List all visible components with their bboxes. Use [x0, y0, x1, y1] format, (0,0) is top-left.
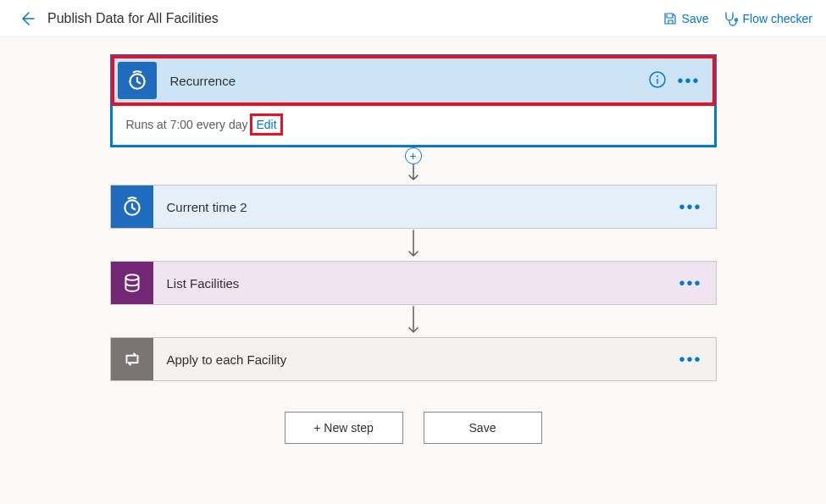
step-apply-each-actions: •••: [679, 351, 715, 368]
edit-link[interactable]: Edit: [252, 116, 280, 133]
loop-icon: [111, 338, 153, 380]
back-button[interactable]: [14, 5, 41, 32]
arrow-left-icon: [19, 10, 36, 27]
step-apply-each-header[interactable]: Apply to each Facility •••: [111, 338, 716, 380]
info-icon[interactable]: [648, 70, 667, 91]
flow-checker-button[interactable]: Flow checker: [723, 11, 812, 26]
save-step-button[interactable]: Save: [424, 412, 542, 444]
database-icon: [111, 262, 153, 304]
step-current-time-header[interactable]: Current time 2 •••: [111, 186, 716, 228]
step-apply-each-title: Apply to each Facility: [153, 352, 679, 367]
step-list-facilities-title: List Facilities: [153, 276, 679, 291]
step-current-time-title: Current time 2: [153, 200, 679, 214]
step-apply-each: Apply to each Facility •••: [110, 337, 717, 381]
step-recurrence: Recurrence ••• Runs at 7:00 every day Ed…: [110, 54, 717, 147]
clock-icon: [118, 62, 157, 99]
page-title: Publish Data for All Facilities: [47, 11, 663, 26]
clock-icon: [111, 186, 153, 228]
save-label: Save: [682, 12, 709, 25]
step-recurrence-header[interactable]: Recurrence •••: [113, 57, 714, 104]
save-icon: [663, 12, 677, 25]
flow-canvas: Recurrence ••• Runs at 7:00 every day Ed…: [0, 37, 826, 461]
save-button[interactable]: Save: [663, 11, 709, 26]
recurrence-schedule-text: Runs at 7:00 every day: [126, 118, 248, 131]
svg-point-4: [125, 274, 138, 280]
connector-arrow: [407, 305, 420, 337]
add-step-button[interactable]: +: [405, 147, 422, 164]
connector-arrow: +: [407, 147, 420, 185]
step-list-facilities-header[interactable]: List Facilities •••: [111, 262, 716, 304]
header-actions: Save Flow checker: [663, 11, 812, 26]
top-header: Publish Data for All Facilities Save Flo…: [0, 0, 826, 37]
more-menu-button[interactable]: •••: [679, 351, 701, 368]
new-step-button[interactable]: + New step: [285, 412, 403, 444]
more-menu-button[interactable]: •••: [679, 198, 701, 215]
svg-point-2: [657, 75, 658, 77]
step-list-facilities: List Facilities •••: [110, 261, 717, 305]
step-current-time: Current time 2 •••: [110, 185, 717, 229]
step-current-time-actions: •••: [679, 198, 715, 215]
footer-buttons: + New step Save: [285, 412, 542, 444]
step-recurrence-body: Runs at 7:00 every day Edit: [113, 104, 714, 145]
more-menu-button[interactable]: •••: [679, 274, 701, 291]
more-menu-button[interactable]: •••: [677, 72, 700, 89]
stethoscope-icon: [723, 11, 738, 26]
arrow-down-icon: [407, 229, 420, 261]
flow-checker-label: Flow checker: [743, 12, 812, 25]
step-recurrence-actions: •••: [648, 70, 713, 91]
step-recurrence-title: Recurrence: [157, 74, 649, 88]
arrow-down-icon: [407, 305, 420, 337]
step-list-facilities-actions: •••: [679, 274, 715, 291]
connector-arrow: [407, 229, 420, 261]
